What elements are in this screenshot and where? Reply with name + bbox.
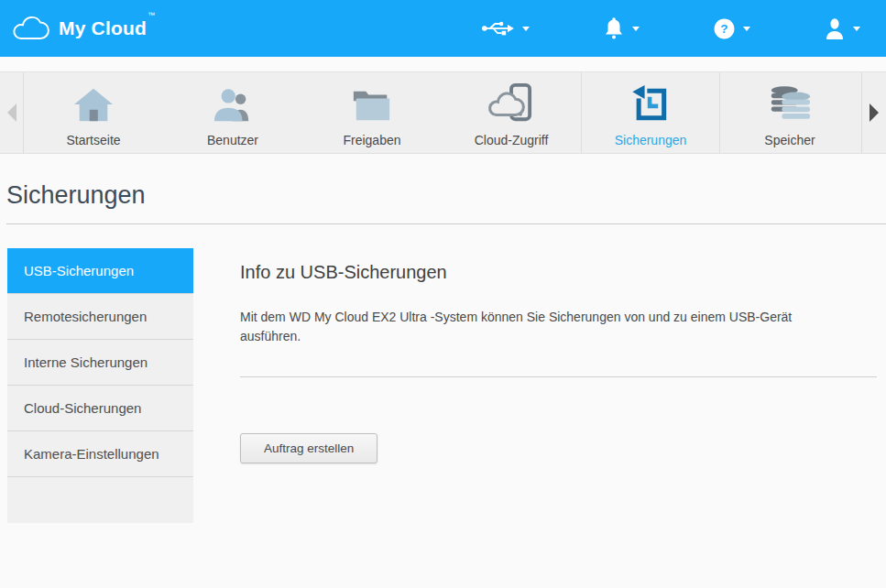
nav-item-sicherungen[interactable]: Sicherungen bbox=[581, 72, 720, 153]
sidebar-item-label: Kamera-Einstellungen bbox=[24, 446, 159, 462]
bell-icon bbox=[603, 16, 625, 40]
svg-text:?: ? bbox=[720, 22, 727, 36]
help-menu[interactable]: ? bbox=[700, 8, 763, 49]
chevron-down-icon bbox=[632, 27, 640, 31]
sidebar-item-label: Interne Sicherungen bbox=[24, 354, 148, 370]
my-cloud-logo: My Cloud™ bbox=[11, 15, 154, 42]
sidebar-item-cloud-sicherungen[interactable]: Cloud-Sicherungen bbox=[7, 386, 193, 431]
help-icon: ? bbox=[713, 17, 736, 40]
main-area: USB-Sicherungen Remotesicherungen Intern… bbox=[0, 224, 886, 523]
content-divider bbox=[240, 376, 877, 377]
chevron-down-icon bbox=[522, 27, 530, 31]
nav-item-label: Startseite bbox=[66, 133, 120, 147]
create-job-button[interactable]: Auftrag erstellen bbox=[240, 433, 377, 463]
nav-item-cloud-zugriff[interactable]: Cloud-Zugriff bbox=[442, 72, 581, 153]
backups-sidebar: USB-Sicherungen Remotesicherungen Intern… bbox=[7, 248, 193, 523]
sidebar-item-interne-sicherungen[interactable]: Interne Sicherungen bbox=[7, 340, 193, 386]
nav-item-label: Cloud-Zugriff bbox=[475, 133, 549, 147]
sidebar-item-remotesicherungen[interactable]: Remotesicherungen bbox=[7, 294, 193, 340]
sidebar-item-kamera-einstellungen[interactable]: Kamera-Einstellungen bbox=[7, 431, 193, 477]
user-menu[interactable] bbox=[811, 7, 873, 49]
nav-item-freigaben[interactable]: Freigaben bbox=[302, 72, 442, 153]
backups-icon bbox=[629, 82, 673, 125]
page-title-bar: Sicherungen bbox=[0, 154, 886, 224]
sidebar-item-usb-sicherungen[interactable]: USB-Sicherungen bbox=[7, 248, 193, 294]
chevron-left-icon bbox=[7, 103, 16, 122]
page-title: Sicherungen bbox=[6, 181, 886, 210]
nav-item-label: Benutzer bbox=[207, 133, 258, 147]
usb-icon bbox=[480, 18, 515, 38]
cloud-logo-icon bbox=[11, 15, 49, 42]
nav-item-label: Sicherungen bbox=[615, 133, 687, 147]
user-icon bbox=[824, 16, 846, 40]
nav-item-benutzer[interactable]: Benutzer bbox=[163, 72, 302, 153]
logo-trademark: ™ bbox=[148, 11, 155, 19]
nav-scroll-right-button[interactable] bbox=[861, 72, 886, 153]
sidebar-item-label: Cloud-Sicherungen bbox=[24, 400, 141, 416]
logo-text: My Cloud bbox=[59, 17, 147, 38]
users-icon bbox=[211, 82, 255, 125]
cloud-access-icon bbox=[487, 82, 536, 125]
app-header: My Cloud™ bbox=[0, 0, 886, 57]
main-navigation: Startseite Benutzer Freigaben bbox=[0, 71, 886, 154]
nav-items: Startseite Benutzer Freigaben bbox=[24, 72, 861, 153]
chevron-down-icon bbox=[743, 27, 750, 31]
nav-scroll-left-button[interactable] bbox=[0, 72, 24, 153]
chevron-down-icon bbox=[853, 27, 860, 31]
home-icon bbox=[71, 82, 115, 125]
sidebar-item-label: USB-Sicherungen bbox=[24, 263, 134, 278]
nav-item-speicher[interactable]: Speicher bbox=[720, 72, 859, 153]
header-nav-gap bbox=[0, 57, 886, 71]
nav-item-label: Freigaben bbox=[343, 133, 400, 147]
sidebar-filler bbox=[7, 477, 193, 523]
chevron-right-icon bbox=[870, 103, 879, 122]
nav-item-label: Speicher bbox=[764, 133, 815, 147]
storage-icon bbox=[767, 82, 813, 125]
panel-heading: Info zu USB-Sicherungen bbox=[240, 262, 877, 283]
usb-devices-menu[interactable] bbox=[467, 9, 542, 48]
usb-backups-panel: Info zu USB-Sicherungen Mit dem WD My Cl… bbox=[240, 224, 877, 463]
header-actions: ? bbox=[420, 7, 873, 49]
alerts-menu[interactable] bbox=[590, 7, 652, 49]
nav-item-startseite[interactable]: Startseite bbox=[24, 72, 163, 153]
shared-folder-icon bbox=[351, 82, 393, 125]
sidebar-item-label: Remotesicherungen bbox=[24, 309, 147, 324]
panel-description: Mit dem WD My Cloud EX2 Ultra -System kö… bbox=[240, 308, 840, 346]
